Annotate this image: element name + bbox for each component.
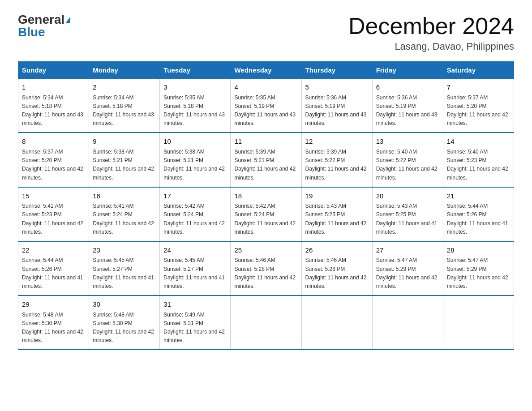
calendar-cell: 30 Sunrise: 5:48 AMSunset: 5:30 PMDaylig… (89, 295, 160, 350)
logo-blue-text: Blue (18, 26, 45, 39)
day-number: 23 (93, 245, 156, 256)
calendar-subtitle: Lasang, Davao, Philippines (348, 41, 514, 52)
calendar-cell: 14 Sunrise: 5:40 AMSunset: 5:23 PMDaylig… (443, 133, 514, 187)
day-number: 20 (376, 191, 439, 201)
calendar-cell: 28 Sunrise: 5:47 AMSunset: 5:29 PMDaylig… (443, 241, 514, 295)
header-day-tuesday: Tuesday (160, 62, 231, 79)
day-info: Sunrise: 5:34 AMSunset: 5:18 PMDaylight:… (93, 94, 154, 127)
day-info: Sunrise: 5:46 AMSunset: 5:28 PMDaylight:… (305, 257, 367, 289)
calendar-cell: 9 Sunrise: 5:38 AMSunset: 5:21 PMDayligh… (89, 133, 160, 187)
day-number: 26 (305, 245, 369, 256)
calendar-cell: 3 Sunrise: 5:35 AMSunset: 5:18 PMDayligh… (160, 79, 231, 133)
calendar-cell: 23 Sunrise: 5:45 AMSunset: 5:27 PMDaylig… (89, 241, 160, 295)
day-number: 29 (22, 300, 85, 310)
day-info: Sunrise: 5:41 AMSunset: 5:24 PMDaylight:… (93, 203, 154, 235)
logo: General Blue (18, 13, 70, 39)
day-number: 6 (376, 82, 439, 93)
calendar-cell: 8 Sunrise: 5:37 AMSunset: 5:20 PMDayligh… (18, 133, 89, 187)
day-number: 15 (22, 191, 85, 201)
day-info: Sunrise: 5:38 AMSunset: 5:21 PMDaylight:… (163, 149, 225, 181)
day-number: 1 (22, 82, 85, 93)
calendar-cell: 10 Sunrise: 5:38 AMSunset: 5:21 PMDaylig… (160, 133, 231, 187)
day-info: Sunrise: 5:46 AMSunset: 5:28 PMDaylight:… (234, 257, 296, 289)
header-day-friday: Friday (372, 62, 443, 79)
day-info: Sunrise: 5:41 AMSunset: 5:23 PMDaylight:… (22, 203, 83, 235)
day-info: Sunrise: 5:45 AMSunset: 5:27 PMDaylight:… (163, 257, 225, 289)
calendar-header: SundayMondayTuesdayWednesdayThursdayFrid… (18, 62, 514, 79)
calendar-cell: 15 Sunrise: 5:41 AMSunset: 5:23 PMDaylig… (18, 187, 89, 241)
day-info: Sunrise: 5:36 AMSunset: 5:19 PMDaylight:… (376, 94, 438, 127)
day-number: 9 (93, 137, 156, 147)
calendar-cell: 1 Sunrise: 5:34 AMSunset: 5:18 PMDayligh… (18, 79, 89, 133)
day-number: 2 (93, 82, 156, 93)
calendar-cell: 4 Sunrise: 5:35 AMSunset: 5:19 PMDayligh… (231, 79, 301, 133)
day-info: Sunrise: 5:44 AMSunset: 5:26 PMDaylight:… (447, 203, 508, 235)
calendar-cell (443, 295, 514, 350)
week-row-5: 29 Sunrise: 5:48 AMSunset: 5:30 PMDaylig… (18, 295, 514, 350)
day-info: Sunrise: 5:47 AMSunset: 5:29 PMDaylight:… (376, 257, 438, 289)
day-number: 10 (163, 137, 227, 147)
calendar-cell: 31 Sunrise: 5:49 AMSunset: 5:31 PMDaylig… (160, 295, 231, 350)
day-number: 11 (234, 137, 297, 147)
calendar-cell: 24 Sunrise: 5:45 AMSunset: 5:27 PMDaylig… (160, 241, 231, 295)
day-info: Sunrise: 5:42 AMSunset: 5:24 PMDaylight:… (234, 203, 296, 235)
day-number: 17 (163, 191, 227, 201)
calendar-cell: 16 Sunrise: 5:41 AMSunset: 5:24 PMDaylig… (89, 187, 160, 241)
day-info: Sunrise: 5:43 AMSunset: 5:25 PMDaylight:… (305, 203, 367, 235)
calendar-cell (231, 295, 301, 350)
day-info: Sunrise: 5:36 AMSunset: 5:19 PMDaylight:… (305, 94, 367, 127)
calendar-cell: 29 Sunrise: 5:48 AMSunset: 5:30 PMDaylig… (18, 295, 89, 350)
day-number: 30 (93, 300, 156, 310)
day-number: 24 (163, 245, 227, 256)
day-number: 14 (447, 137, 510, 147)
day-number: 4 (234, 82, 297, 93)
day-info: Sunrise: 5:35 AMSunset: 5:18 PMDaylight:… (163, 94, 225, 127)
day-info: Sunrise: 5:42 AMSunset: 5:24 PMDaylight:… (163, 203, 225, 235)
title-block: December 2024 Lasang, Davao, Philippines (348, 13, 514, 52)
header-day-wednesday: Wednesday (231, 62, 301, 79)
calendar-cell (372, 295, 443, 350)
day-number: 8 (22, 137, 85, 147)
calendar-cell: 5 Sunrise: 5:36 AMSunset: 5:19 PMDayligh… (301, 79, 372, 133)
logo-general-text: General (18, 13, 64, 26)
day-number: 7 (447, 82, 510, 93)
calendar-table: SundayMondayTuesdayWednesdayThursdayFrid… (18, 61, 514, 350)
calendar-title: December 2024 (348, 13, 514, 39)
week-row-2: 8 Sunrise: 5:37 AMSunset: 5:20 PMDayligh… (18, 133, 514, 187)
day-info: Sunrise: 5:39 AMSunset: 5:22 PMDaylight:… (305, 149, 367, 181)
day-number: 16 (93, 191, 156, 201)
day-info: Sunrise: 5:37 AMSunset: 5:20 PMDaylight:… (22, 149, 83, 181)
calendar-cell: 20 Sunrise: 5:43 AMSunset: 5:25 PMDaylig… (372, 187, 443, 241)
day-info: Sunrise: 5:44 AMSunset: 5:26 PMDaylight:… (22, 257, 83, 289)
calendar-cell: 19 Sunrise: 5:43 AMSunset: 5:25 PMDaylig… (301, 187, 372, 241)
week-row-4: 22 Sunrise: 5:44 AMSunset: 5:26 PMDaylig… (18, 241, 514, 295)
header-day-sunday: Sunday (18, 62, 89, 79)
day-number: 25 (234, 245, 297, 256)
day-number: 22 (22, 245, 85, 256)
day-info: Sunrise: 5:34 AMSunset: 5:18 PMDaylight:… (22, 94, 83, 127)
week-row-1: 1 Sunrise: 5:34 AMSunset: 5:18 PMDayligh… (18, 79, 514, 133)
day-number: 18 (234, 191, 297, 201)
day-info: Sunrise: 5:45 AMSunset: 5:27 PMDaylight:… (93, 257, 154, 289)
day-info: Sunrise: 5:43 AMSunset: 5:25 PMDaylight:… (376, 203, 438, 235)
day-info: Sunrise: 5:40 AMSunset: 5:22 PMDaylight:… (376, 149, 438, 181)
calendar-cell: 11 Sunrise: 5:39 AMSunset: 5:21 PMDaylig… (231, 133, 301, 187)
calendar-cell: 21 Sunrise: 5:44 AMSunset: 5:26 PMDaylig… (443, 187, 514, 241)
calendar-cell: 25 Sunrise: 5:46 AMSunset: 5:28 PMDaylig… (231, 241, 301, 295)
day-info: Sunrise: 5:40 AMSunset: 5:23 PMDaylight:… (447, 149, 508, 181)
calendar-cell (301, 295, 372, 350)
calendar-cell: 2 Sunrise: 5:34 AMSunset: 5:18 PMDayligh… (89, 79, 160, 133)
calendar-cell: 27 Sunrise: 5:47 AMSunset: 5:29 PMDaylig… (372, 241, 443, 295)
header-day-monday: Monday (89, 62, 160, 79)
day-number: 21 (447, 191, 510, 201)
day-number: 28 (447, 245, 510, 256)
calendar-cell: 12 Sunrise: 5:39 AMSunset: 5:22 PMDaylig… (301, 133, 372, 187)
header-row: SundayMondayTuesdayWednesdayThursdayFrid… (18, 62, 514, 79)
calendar-cell: 13 Sunrise: 5:40 AMSunset: 5:22 PMDaylig… (372, 133, 443, 187)
day-number: 31 (163, 300, 227, 310)
day-number: 5 (305, 82, 369, 93)
day-info: Sunrise: 5:47 AMSunset: 5:29 PMDaylight:… (447, 257, 508, 289)
day-number: 13 (376, 137, 439, 147)
day-info: Sunrise: 5:48 AMSunset: 5:30 PMDaylight:… (22, 312, 83, 344)
header-day-thursday: Thursday (301, 62, 372, 79)
